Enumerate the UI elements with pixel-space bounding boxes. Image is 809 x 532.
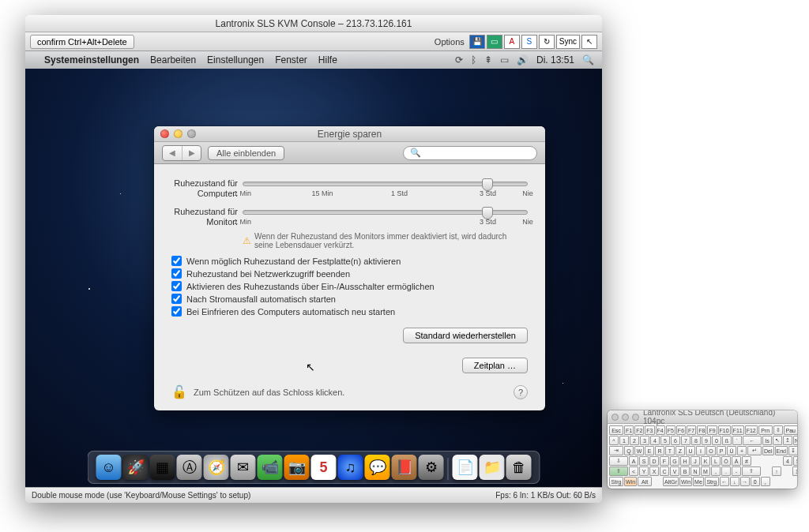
spotlight-icon[interactable]: 🔍 [582,54,594,66]
key-f1[interactable]: F1 [624,425,634,435]
key-↖[interactable]: ↖ [773,436,782,445]
key-1[interactable]: 1 [792,466,797,476]
key-↓[interactable]: ↓ [730,477,739,486]
key-5[interactable]: 5 [660,436,670,445]
key--[interactable]: - [732,466,741,476]
check-freeze-restart-box[interactable] [171,306,182,317]
key-y[interactable]: Y [639,466,649,476]
key-5[interactable]: 5 [793,456,797,466]
key-win[interactable]: Win [624,477,637,486]
key-strg[interactable]: Strg [705,477,719,486]
forward-button[interactable]: ▶ [182,146,201,160]
key-2[interactable]: 2 [630,436,639,445]
menu-edit[interactable]: Bearbeiten [150,54,196,66]
key-⇧[interactable]: ⇧ [609,466,628,476]
dock-mission-control[interactable]: ▦ [150,455,175,480]
key-´[interactable]: ´ [732,436,742,445]
dock-mail[interactable]: ✉ [231,455,256,480]
key-z[interactable]: Z [675,446,685,455]
key-<[interactable]: < [629,466,638,476]
check-power-button-box[interactable] [171,281,182,291]
key-f2[interactable]: F2 [634,425,644,435]
key-f12[interactable]: F12 [745,425,758,435]
key-esc[interactable]: Esc [609,425,623,435]
key-e[interactable]: E [645,446,654,455]
menu-help[interactable]: Hilfe [318,54,337,66]
key-↑[interactable]: ↑ [772,466,781,476]
sync-button[interactable]: Sync [556,35,580,49]
key-altgr[interactable]: AltGr [663,477,679,486]
key-+[interactable]: + [737,446,747,455]
key-f[interactable]: F [660,456,669,466]
key-ö[interactable]: Ö [721,456,731,466]
key-6[interactable]: 6 [671,436,680,445]
key-j[interactable]: J [690,456,700,466]
key-⇳[interactable]: ⇳ [773,425,783,435]
dock-ichat[interactable]: 💬 [365,455,390,480]
key-f8[interactable]: F8 [697,425,706,435]
wifi-icon[interactable]: ⇞ [484,54,492,66]
refresh-icon[interactable]: ↻ [539,35,555,49]
key-o[interactable]: O [706,446,716,455]
sync-icon[interactable]: ⟳ [455,54,463,66]
key-f10[interactable]: F10 [718,425,731,435]
key-n[interactable]: N [690,466,700,476]
key-←[interactable]: ← [743,436,762,445]
key-←[interactable]: ← [720,477,729,486]
key-b[interactable]: B [680,466,690,476]
dock-launchpad[interactable]: 🚀 [123,455,149,480]
confirm-cad-button[interactable]: confirm Ctrl+Alt+Delete [30,35,134,49]
key-r[interactable]: R [655,446,664,455]
minimize-button[interactable] [174,129,182,138]
display-sleep-slider[interactable] [243,210,528,215]
key-,[interactable]: , [711,466,721,476]
dock-downloads[interactable]: 📁 [480,455,505,480]
check-wake-lan-box[interactable] [171,268,182,279]
search-input[interactable] [424,148,530,158]
key-ß[interactable]: ß [722,436,732,445]
key-h[interactable]: H [680,456,690,466]
key-⇧[interactable]: ⇧ [742,466,761,476]
key-nm[interactable]: Nm [793,436,797,445]
key-p[interactable]: P [717,446,726,455]
check-power-failure-box[interactable] [171,294,182,304]
key-f11[interactable]: F11 [732,425,744,435]
airplay-icon[interactable]: ▭ [500,54,509,66]
cursor-icon[interactable]: ↖ [581,35,597,49]
key-prn[interactable]: Prn [758,425,773,435]
key-7[interactable]: 7 [681,436,690,445]
volume-icon[interactable]: 🔊 [517,54,529,66]
key-→[interactable]: → [740,477,750,486]
dock-trash[interactable]: 🗑 [506,455,532,480]
key-0[interactable]: 0 [751,477,760,486]
dock-addressbook[interactable]: 📕 [392,455,417,480]
key-a[interactable]: A [629,456,638,466]
menu-settings[interactable]: Einstellungen [207,54,264,66]
key-s[interactable]: S [639,456,649,466]
key-0[interactable]: 0 [712,436,721,445]
key-strg[interactable]: Strg [609,477,623,486]
save-icon[interactable]: 💾 [469,35,485,49]
key-t[interactable]: T [665,446,675,455]
lock-icon[interactable]: 🔓 [171,384,187,399]
key-f4[interactable]: F4 [656,425,665,435]
kb-close[interactable] [611,414,619,421]
key-c[interactable]: C [660,466,669,476]
computer-sleep-slider[interactable] [243,182,528,186]
dock-finder[interactable]: ☺ [96,455,122,480]
dock-appstore[interactable]: Ⓐ [177,455,202,480]
key-8[interactable]: 8 [691,436,701,445]
dock-photobooth[interactable]: 📷 [284,455,310,480]
key-↥[interactable]: ↥ [783,436,792,445]
key-f7[interactable]: F7 [687,425,696,435]
key-#[interactable]: # [742,456,751,466]
key-u[interactable]: U [686,446,695,455]
search-field[interactable]: 🔍 [403,146,537,160]
restore-defaults-button[interactable]: Standard wiederherstellen [403,328,528,343]
dock-safari[interactable]: 🧭 [204,455,229,480]
key-,[interactable]: , [761,477,770,486]
app-menu[interactable]: Systemeinstellungen [44,54,139,66]
key-m[interactable]: M [701,466,710,476]
key-4[interactable]: 4 [783,456,792,466]
dock-itunes[interactable]: ♫ [338,455,363,480]
